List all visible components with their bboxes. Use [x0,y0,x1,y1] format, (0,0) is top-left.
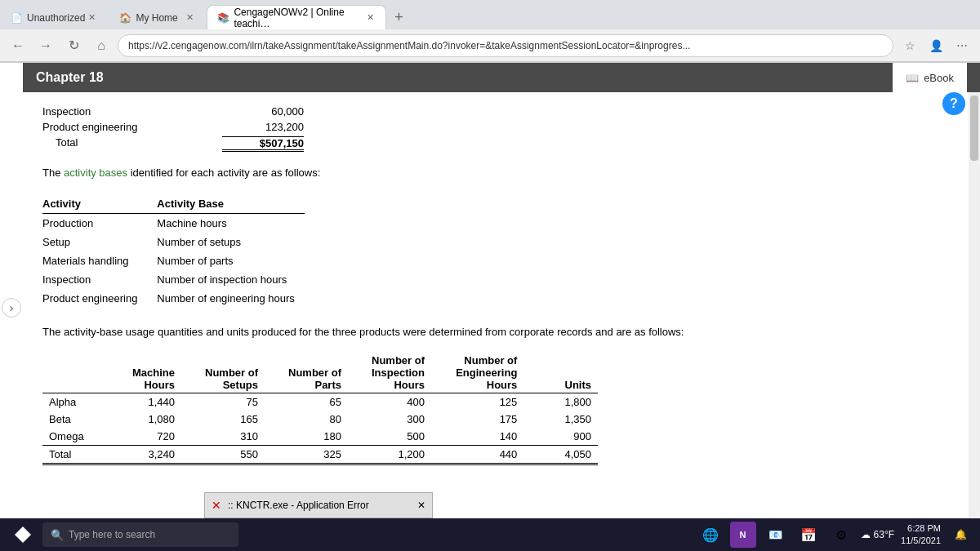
cost-label-product-eng: Product engineering [42,121,222,133]
activity-base-col-header: Activity Base [157,194,304,214]
tab-cengagenow-icon: 📚 [217,12,229,24]
settings-icon[interactable]: ⚙ [828,522,854,548]
col-header-product [42,353,98,393]
back-button[interactable]: ← [7,34,29,57]
table-row: Materials handling Number of parts [42,251,305,270]
cost-label-inspection: Inspection [42,105,222,118]
weather-temp: 63°F [874,529,894,540]
col-header-machine-hours: MachineHours [98,353,181,393]
activity-base: Number of setups [157,233,304,251]
calendar-icon[interactable]: 📅 [795,522,822,548]
total-engineering: 440 [431,446,523,464]
omega-parts: 180 [265,428,348,446]
new-tab-button[interactable]: + [386,5,411,29]
col-header-setups: Number ofSetups [181,353,265,393]
omega-engineering: 140 [431,428,523,446]
scroll-thumb[interactable] [970,96,978,161]
data-row-omega: Omega 720 310 180 500 140 900 [42,428,598,446]
activity-name: Setup [42,233,157,251]
error-label: :: KNCTR.exe - Application Error [228,500,369,511]
activity-table: Activity Activity Base Production Machin… [42,194,305,308]
tab-unauthorized-icon: 📄 [11,12,22,24]
main-area: › Chapter 18 📖 eBook Inspection 60,000 P… [0,63,980,551]
search-placeholder-text: Type here to search [69,529,155,540]
activity-name: Materials handling [42,251,157,270]
bookmark-button[interactable]: ☆ [898,34,921,57]
activity-base: Number of inspection hours [157,270,304,289]
cost-row-inspection: Inspection 60,000 [42,105,960,118]
alpha-parts: 65 [265,393,348,411]
table-row: Setup Number of setups [42,233,305,251]
chapter-title: Chapter 18 [36,70,893,85]
onenote-icon[interactable]: N [730,522,756,548]
start-button[interactable] [7,522,39,548]
tab-unauthorized-close[interactable]: ✕ [85,11,98,24]
page-content[interactable]: Inspection 60,000 Product engineering 12… [23,92,980,551]
tab-cengagenow-close[interactable]: ✕ [364,11,376,24]
tab-cengagenow[interactable]: 📚 CengageNOWv2 | Online teachi… ✕ [207,5,386,29]
beta-units: 1,350 [523,411,598,428]
error-close-button[interactable]: ✕ [417,500,425,511]
omega-inspection: 500 [348,428,431,446]
tab-myhome[interactable]: 🏠 My Home ✕ [109,5,207,29]
error-icon: ✕ [212,499,221,512]
sidebar-arrow-button[interactable]: › [2,298,21,318]
col-header-engineering: Number ofEngineeringHours [431,353,523,393]
error-dialog[interactable]: ✕ :: KNCTR.exe - Application Error ✕ [204,492,433,518]
total-setups: 550 [181,446,265,464]
alpha-setups: 75 [181,393,265,411]
product-beta: Beta [42,411,98,428]
forward-button[interactable]: → [34,34,57,57]
product-total: Total [42,446,98,464]
activity-bases-link[interactable]: activity bases [64,167,127,179]
tab-unauthorized[interactable]: 📄 Unauthorized ✕ [0,5,109,29]
alpha-engineering: 125 [431,393,523,411]
total-units: 4,050 [523,446,598,464]
ebook-label: eBook [924,72,954,84]
tab-cengagenow-label: CengageNOWv2 | Online teachi… [234,7,364,29]
ebook-tab[interactable]: 📖 eBook [893,63,967,92]
table-row: Product engineering Number of engineerin… [42,289,305,308]
activity-intro-text: The activity bases identified for each a… [42,165,960,181]
table-row: Production Machine hours [42,213,305,233]
scrollbar[interactable] [969,92,980,551]
taskbar-search-bar[interactable]: 🔍 Type here to search [42,522,238,547]
tab-myhome-label: My Home [136,12,177,24]
address-input[interactable] [118,34,893,57]
home-button[interactable]: ⌂ [90,34,113,57]
sidebar-toggle[interactable]: › [0,63,23,551]
beta-parts: 80 [265,411,348,428]
address-icons: ☆ 👤 ⋯ [898,34,973,57]
col-header-units: Units [523,353,598,393]
refresh-button[interactable]: ↻ [62,34,85,57]
profile-button[interactable]: 👤 [924,34,947,57]
clock-display: 6:28 PM 11/5/2021 [901,522,941,548]
time-value: 6:28 PM [901,522,941,535]
beta-setups: 165 [181,411,265,428]
omega-setups: 310 [181,428,265,446]
tab-unauthorized-label: Unauthorized [27,12,85,24]
tab-myhome-close[interactable]: ✕ [183,11,196,24]
activity-name: Production [42,213,157,233]
alpha-inspection: 400 [348,393,431,411]
col-header-parts: Number ofParts [265,353,348,393]
menu-button[interactable]: ⋯ [951,34,973,57]
taskbar: 🔍 Type here to search 🌐 N 📧 📅 ⚙ ☁ 63°F 6… [0,518,980,551]
outlook-icon[interactable]: 📧 [763,522,789,548]
windows-icon [15,527,31,543]
help-button[interactable]: ? [942,92,965,115]
total-machine-hours: 3,240 [98,446,181,464]
product-alpha: Alpha [42,393,98,411]
search-icon: 🔍 [51,529,64,541]
cost-label-total: Total [42,136,222,152]
beta-inspection: 300 [348,411,431,428]
omega-machine-hours: 720 [98,428,181,446]
notifications-button[interactable]: 🔔 [947,522,973,548]
edge-icon[interactable]: 🌐 [697,522,724,548]
cost-value-product-eng: 123,200 [222,121,304,133]
activity-name: Inspection [42,270,157,289]
alpha-units: 1,800 [523,393,598,411]
total-parts: 325 [265,446,348,464]
data-table: MachineHours Number ofSetups Number ofPa… [42,353,598,465]
weather-display: ☁ 63°F [861,529,894,540]
